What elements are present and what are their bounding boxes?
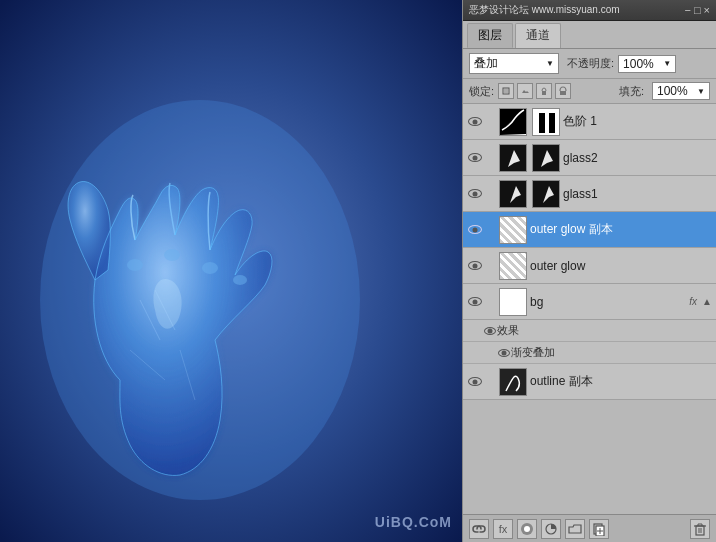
lock-label: 锁定: xyxy=(469,84,494,99)
thumb-outline xyxy=(499,368,527,396)
lock-icons xyxy=(498,83,571,99)
thumb-outer-glow-copy xyxy=(499,216,527,244)
fill-select[interactable]: 100% ▼ xyxy=(652,82,710,100)
thumb-bg xyxy=(499,288,527,316)
eye-icon-bg[interactable] xyxy=(467,294,483,310)
layer-item-outline[interactable]: outline 副本 xyxy=(463,364,716,400)
max-button[interactable]: □ xyxy=(694,4,701,16)
svg-point-2 xyxy=(127,259,143,271)
svg-rect-19 xyxy=(500,369,527,396)
eye-icon-outer-glow-copy[interactable] xyxy=(467,222,483,238)
layer-item-glass1[interactable]: glass1 xyxy=(463,176,716,212)
layer-fx-bg: fx xyxy=(689,296,697,307)
sub-layer-name-effects: 效果 xyxy=(497,323,519,338)
eye-icon-outline[interactable] xyxy=(467,374,483,390)
eye-icon-glass1[interactable] xyxy=(467,186,483,202)
layer-item-outer-glow-copy[interactable]: outer glow 副本 xyxy=(463,212,716,248)
thumb-level1 xyxy=(499,108,527,136)
svg-point-5 xyxy=(233,275,247,285)
opacity-chevron: ▼ xyxy=(663,59,671,68)
layer-item-glass2[interactable]: glass2 xyxy=(463,140,716,176)
watermark: UiBQ.CoM xyxy=(375,514,452,530)
eye-icon-level1[interactable] xyxy=(467,114,483,130)
layer-name-glass1: glass1 xyxy=(563,187,712,201)
eye-icon-outer-glow[interactable] xyxy=(467,258,483,274)
opacity-select[interactable]: 100% ▼ xyxy=(618,55,676,73)
new-fill-layer-btn[interactable] xyxy=(541,519,561,539)
eye-icon-gradient[interactable] xyxy=(497,346,511,360)
add-style-btn[interactable]: fx xyxy=(493,519,513,539)
lock-all-btn[interactable] xyxy=(555,83,571,99)
svg-rect-27 xyxy=(696,526,704,535)
thumb-outer-glow xyxy=(499,252,527,280)
svg-rect-12 xyxy=(533,109,560,136)
bottom-toolbar: fx xyxy=(463,514,716,542)
layer-name-outline: outline 副本 xyxy=(530,373,712,390)
layer-item-bg[interactable]: bg fx ▲ xyxy=(463,284,716,320)
svg-rect-9 xyxy=(560,91,566,95)
new-group-btn[interactable] xyxy=(565,519,585,539)
svg-rect-13 xyxy=(539,113,545,133)
thumb-glass1 xyxy=(499,180,527,208)
layer-name-level1: 色阶 1 xyxy=(563,113,712,130)
new-layer-btn[interactable] xyxy=(589,519,609,539)
sub-layer-effects: 效果 xyxy=(463,320,716,342)
eye-icon-glass2[interactable] xyxy=(467,150,483,166)
svg-rect-14 xyxy=(549,113,555,133)
svg-rect-8 xyxy=(542,91,546,95)
thumb-glass2 xyxy=(499,144,527,172)
title-text: 恶梦设计论坛 www.missyuan.com xyxy=(469,3,620,17)
layers-list[interactable]: 色阶 1 xyxy=(463,104,716,514)
eye-icon-effects[interactable] xyxy=(483,324,497,338)
layer-name-outer-glow-copy: outer glow 副本 xyxy=(530,221,712,238)
layer-name-glass2: glass2 xyxy=(563,151,712,165)
tab-layers[interactable]: 图层 xyxy=(467,23,513,48)
tab-bar: 图层 通道 xyxy=(463,21,716,49)
fill-label: 填充: xyxy=(619,84,644,99)
min-button[interactable]: − xyxy=(684,4,690,16)
mask-thumb-glass1 xyxy=(532,180,560,208)
svg-point-4 xyxy=(202,262,218,274)
lock-image-btn[interactable] xyxy=(517,83,533,99)
blend-mode-select[interactable]: 叠加 ▼ xyxy=(469,53,559,74)
layer-item-outer-glow[interactable]: outer glow xyxy=(463,248,716,284)
right-panel: 恶梦设计论坛 www.missyuan.com − □ × 图层 通道 叠加 ▼… xyxy=(462,0,716,542)
title-bar: 恶梦设计论坛 www.missyuan.com − □ × xyxy=(463,0,716,21)
layer-name-outer-glow: outer glow xyxy=(530,259,712,273)
canvas-area: UiBQ.CoM xyxy=(0,0,462,542)
add-mask-btn[interactable] xyxy=(517,519,537,539)
opacity-label: 不透明度: xyxy=(567,56,614,71)
tab-channels[interactable]: 通道 xyxy=(515,23,561,48)
lock-transparent-btn[interactable] xyxy=(498,83,514,99)
lock-row: 锁定: 填充: 100% ▼ xyxy=(463,79,716,104)
layer-name-bg: bg xyxy=(530,295,686,309)
svg-point-3 xyxy=(164,249,180,261)
link-layers-btn[interactable] xyxy=(469,519,489,539)
svg-rect-7 xyxy=(504,89,508,93)
fill-chevron: ▼ xyxy=(697,87,705,96)
mask-thumb-level1 xyxy=(532,108,560,136)
mask-thumb-glass2 xyxy=(532,144,560,172)
delete-layer-btn[interactable] xyxy=(690,519,710,539)
fx-arrow-bg: ▲ xyxy=(702,296,712,307)
blend-mode-chevron: ▼ xyxy=(546,59,554,68)
layer-item-level1[interactable]: 色阶 1 xyxy=(463,104,716,140)
blend-mode-row: 叠加 ▼ 不透明度: 100% ▼ xyxy=(463,49,716,79)
close-button[interactable]: × xyxy=(704,4,710,16)
sub-layer-name-gradient: 渐变叠加 xyxy=(511,345,555,360)
svg-rect-21 xyxy=(524,526,530,532)
sub-layer-gradient: 渐变叠加 xyxy=(463,342,716,364)
lock-position-btn[interactable] xyxy=(536,83,552,99)
